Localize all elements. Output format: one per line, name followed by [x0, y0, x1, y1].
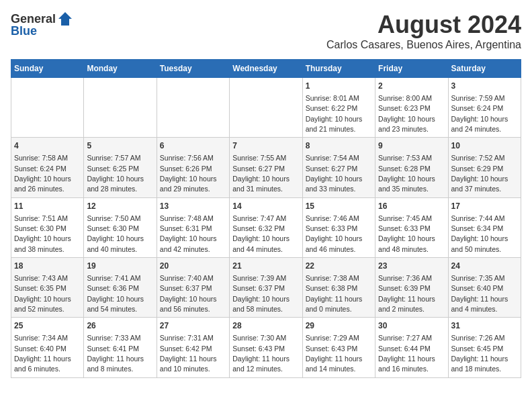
day-content: Sunrise: 7:30 AM Sunset: 6:43 PM Dayligh… — [232, 334, 290, 373]
day-content: Sunrise: 7:43 AM Sunset: 6:35 PM Dayligh… — [14, 274, 71, 313]
day-cell: 6Sunrise: 7:56 AM Sunset: 6:26 PM Daylig… — [157, 138, 229, 197]
col-header-friday: Friday — [375, 60, 448, 78]
week-row-4: 18Sunrise: 7:43 AM Sunset: 6:35 PM Dayli… — [11, 258, 521, 318]
day-number: 18 — [14, 261, 81, 272]
day-number: 15 — [306, 201, 372, 212]
day-number: 5 — [87, 140, 153, 152]
day-cell: 17Sunrise: 7:44 AM Sunset: 6:34 PM Dayli… — [448, 197, 521, 257]
logo-blue-text: Blue — [11, 24, 37, 38]
col-header-monday: Monday — [84, 60, 157, 78]
day-number: 31 — [451, 320, 518, 332]
day-content: Sunrise: 7:35 AM Sunset: 6:40 PM Dayligh… — [451, 274, 508, 313]
day-number: 30 — [378, 320, 445, 332]
day-cell: 10Sunrise: 7:52 AM Sunset: 6:29 PM Dayli… — [448, 138, 521, 197]
day-number: 13 — [160, 201, 226, 212]
day-number: 28 — [232, 320, 299, 332]
day-cell: 8Sunrise: 7:54 AM Sunset: 6:27 PM Daylig… — [302, 138, 375, 197]
day-cell: 21Sunrise: 7:39 AM Sunset: 6:37 PM Dayli… — [230, 258, 302, 318]
day-number: 2 — [378, 81, 445, 92]
day-content: Sunrise: 7:27 AM Sunset: 6:44 PM Dayligh… — [378, 334, 435, 373]
day-content: Sunrise: 7:34 AM Sunset: 6:40 PM Dayligh… — [14, 334, 71, 373]
day-number: 23 — [378, 261, 445, 272]
day-number: 14 — [232, 201, 299, 212]
day-number: 21 — [232, 261, 299, 272]
col-header-thursday: Thursday — [302, 60, 375, 78]
day-number: 8 — [306, 140, 372, 152]
day-number: 16 — [378, 201, 445, 212]
day-content: Sunrise: 7:38 AM Sunset: 6:38 PM Dayligh… — [306, 274, 363, 313]
day-cell — [11, 78, 84, 138]
day-cell: 1Sunrise: 8:01 AM Sunset: 6:22 PM Daylig… — [302, 78, 375, 138]
day-content: Sunrise: 8:00 AM Sunset: 6:23 PM Dayligh… — [378, 94, 435, 133]
day-content: Sunrise: 7:41 AM Sunset: 6:36 PM Dayligh… — [87, 274, 144, 313]
day-cell: 13Sunrise: 7:48 AM Sunset: 6:31 PM Dayli… — [157, 197, 229, 257]
day-cell: 22Sunrise: 7:38 AM Sunset: 6:38 PM Dayli… — [302, 258, 375, 318]
header: General Blue August 2024 Carlos Casares,… — [11, 11, 521, 51]
subtitle: Carlos Casares, Buenos Aires, Argentina — [326, 39, 521, 51]
logo: General Blue — [11, 11, 73, 38]
day-content: Sunrise: 7:48 AM Sunset: 6:31 PM Dayligh… — [160, 214, 217, 253]
header-row: SundayMondayTuesdayWednesdayThursdayFrid… — [11, 60, 521, 78]
day-number: 10 — [451, 140, 518, 152]
day-number: 26 — [87, 320, 153, 332]
day-content: Sunrise: 7:57 AM Sunset: 6:25 PM Dayligh… — [87, 154, 144, 193]
title-area: August 2024 Carlos Casares, Buenos Aires… — [326, 11, 521, 51]
day-content: Sunrise: 7:40 AM Sunset: 6:37 PM Dayligh… — [160, 274, 217, 313]
day-cell: 19Sunrise: 7:41 AM Sunset: 6:36 PM Dayli… — [84, 258, 157, 318]
day-cell: 29Sunrise: 7:29 AM Sunset: 6:43 PM Dayli… — [302, 318, 375, 377]
day-number: 19 — [87, 261, 153, 272]
day-cell — [230, 78, 302, 138]
day-cell: 27Sunrise: 7:31 AM Sunset: 6:42 PM Dayli… — [157, 318, 229, 377]
day-number: 20 — [160, 261, 226, 272]
day-cell — [84, 78, 157, 138]
day-number: 25 — [14, 320, 81, 332]
day-content: Sunrise: 7:50 AM Sunset: 6:30 PM Dayligh… — [87, 214, 144, 253]
day-cell: 28Sunrise: 7:30 AM Sunset: 6:43 PM Dayli… — [230, 318, 302, 377]
day-cell: 31Sunrise: 7:26 AM Sunset: 6:45 PM Dayli… — [448, 318, 521, 377]
day-number: 1 — [306, 81, 372, 92]
day-number: 3 — [451, 81, 518, 92]
day-content: Sunrise: 7:52 AM Sunset: 6:29 PM Dayligh… — [451, 154, 508, 193]
day-number: 22 — [306, 261, 372, 272]
day-cell: 24Sunrise: 7:35 AM Sunset: 6:40 PM Dayli… — [448, 258, 521, 318]
day-number: 9 — [378, 140, 445, 152]
day-content: Sunrise: 7:58 AM Sunset: 6:24 PM Dayligh… — [14, 154, 71, 193]
day-content: Sunrise: 7:54 AM Sunset: 6:27 PM Dayligh… — [306, 154, 363, 193]
day-content: Sunrise: 7:44 AM Sunset: 6:34 PM Dayligh… — [451, 214, 508, 253]
day-number: 4 — [14, 140, 81, 152]
week-row-5: 25Sunrise: 7:34 AM Sunset: 6:40 PM Dayli… — [11, 318, 521, 377]
col-header-sunday: Sunday — [11, 60, 84, 78]
svg-marker-0 — [58, 12, 72, 26]
day-number: 7 — [232, 140, 299, 152]
day-number: 29 — [306, 320, 372, 332]
col-header-tuesday: Tuesday — [157, 60, 229, 78]
week-row-2: 4Sunrise: 7:58 AM Sunset: 6:24 PM Daylig… — [11, 138, 521, 197]
day-number: 6 — [160, 140, 226, 152]
day-cell: 23Sunrise: 7:36 AM Sunset: 6:39 PM Dayli… — [375, 258, 448, 318]
day-content: Sunrise: 7:29 AM Sunset: 6:43 PM Dayligh… — [306, 334, 363, 373]
day-cell: 4Sunrise: 7:58 AM Sunset: 6:24 PM Daylig… — [11, 138, 84, 197]
day-cell: 20Sunrise: 7:40 AM Sunset: 6:37 PM Dayli… — [157, 258, 229, 318]
day-cell: 7Sunrise: 7:55 AM Sunset: 6:27 PM Daylig… — [230, 138, 302, 197]
day-cell: 15Sunrise: 7:46 AM Sunset: 6:33 PM Dayli… — [302, 197, 375, 257]
day-cell: 3Sunrise: 7:59 AM Sunset: 6:24 PM Daylig… — [448, 78, 521, 138]
day-cell: 30Sunrise: 7:27 AM Sunset: 6:44 PM Dayli… — [375, 318, 448, 377]
day-content: Sunrise: 7:46 AM Sunset: 6:33 PM Dayligh… — [306, 214, 363, 253]
main-title: August 2024 — [326, 11, 521, 39]
day-content: Sunrise: 7:33 AM Sunset: 6:41 PM Dayligh… — [87, 334, 144, 373]
day-cell — [157, 78, 229, 138]
day-content: Sunrise: 7:51 AM Sunset: 6:30 PM Dayligh… — [14, 214, 71, 253]
day-content: Sunrise: 7:31 AM Sunset: 6:42 PM Dayligh… — [160, 334, 217, 373]
day-content: Sunrise: 7:55 AM Sunset: 6:27 PM Dayligh… — [232, 154, 290, 193]
day-cell: 5Sunrise: 7:57 AM Sunset: 6:25 PM Daylig… — [84, 138, 157, 197]
week-row-3: 11Sunrise: 7:51 AM Sunset: 6:30 PM Dayli… — [11, 197, 521, 257]
day-content: Sunrise: 7:39 AM Sunset: 6:37 PM Dayligh… — [232, 274, 290, 313]
day-cell: 12Sunrise: 7:50 AM Sunset: 6:30 PM Dayli… — [84, 197, 157, 257]
day-cell: 9Sunrise: 7:53 AM Sunset: 6:28 PM Daylig… — [375, 138, 448, 197]
day-number: 11 — [14, 201, 81, 212]
day-content: Sunrise: 8:01 AM Sunset: 6:22 PM Dayligh… — [306, 94, 363, 133]
day-content: Sunrise: 7:56 AM Sunset: 6:26 PM Dayligh… — [160, 154, 217, 193]
day-cell: 11Sunrise: 7:51 AM Sunset: 6:30 PM Dayli… — [11, 197, 84, 257]
calendar-table: SundayMondayTuesdayWednesdayThursdayFrid… — [11, 59, 521, 378]
day-cell: 2Sunrise: 8:00 AM Sunset: 6:23 PM Daylig… — [375, 78, 448, 138]
